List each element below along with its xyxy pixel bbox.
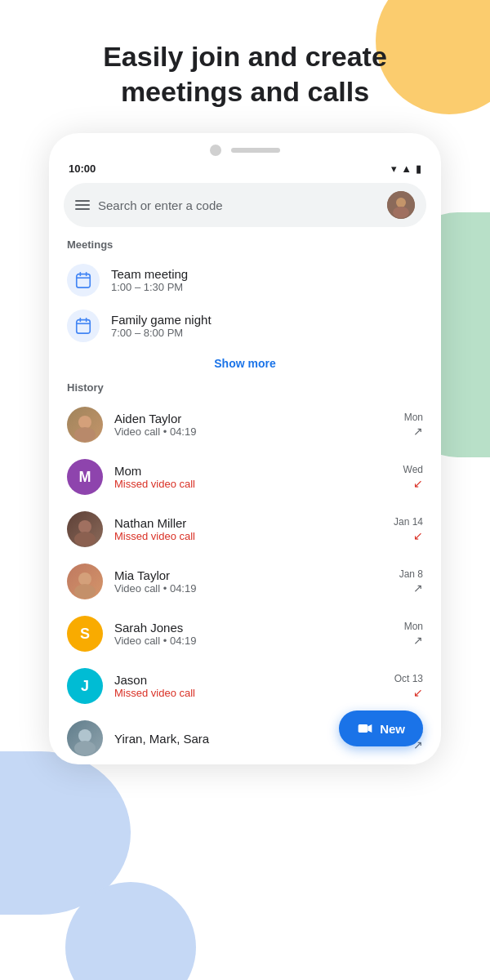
history-name: Sarah Jones (114, 621, 393, 635)
history-info-nathan: Nathan Miller Missed video call (114, 516, 382, 542)
history-name: Mom (114, 464, 392, 478)
outgoing-call-icon: ↗ (413, 581, 423, 595)
search-placeholder: Search or enter a code (98, 198, 379, 212)
history-item-mia[interactable]: Mia Taylor Video call • 04:19 Jan 8 ↗ (49, 555, 441, 608)
meeting-item[interactable]: Family game night 7:00 – 8:00 PM (49, 303, 441, 349)
new-meeting-fab[interactable]: New (339, 710, 423, 746)
history-meta-jason: Oct 13 ↙ (394, 673, 423, 699)
history-meta-sarah: Mon ↗ (404, 621, 423, 647)
history-name: Aiden Taylor (114, 412, 393, 425)
meeting-info: Family game night 7:00 – 8:00 PM (111, 313, 212, 339)
meeting-item[interactable]: Team meeting 1:00 – 1:30 PM (49, 257, 441, 303)
history-section-label: History (49, 378, 441, 399)
meeting-time: 7:00 – 8:00 PM (111, 327, 212, 339)
history-subtitle: Video call • 04:19 (114, 425, 393, 438)
battery-icon: ▮ (416, 163, 421, 175)
svg-point-12 (78, 416, 91, 429)
history-date: Jan 8 (399, 568, 423, 580)
svg-rect-23 (359, 724, 368, 733)
history-item-sarah[interactable]: S Sarah Jones Video call • 04:19 Mon ↗ (49, 608, 441, 660)
menu-icon[interactable] (75, 200, 90, 210)
status-icons: ▾ ▲ ▮ (391, 163, 421, 175)
history-info-sarah: Sarah Jones Video call • 04:19 (114, 621, 393, 647)
history-info-aiden: Aiden Taylor Video call • 04:19 (114, 412, 393, 438)
svg-point-18 (78, 572, 91, 586)
user-avatar[interactable] (387, 191, 415, 219)
video-camera-icon (357, 720, 373, 737)
history-subtitle: Missed video call (114, 478, 392, 490)
missed-call-icon: ↙ (413, 529, 423, 542)
history-date: Mon (404, 412, 423, 423)
avatar-nathan (67, 511, 103, 547)
history-subtitle: Video call • 04:19 (114, 582, 388, 595)
svg-point-16 (74, 532, 96, 546)
meeting-title: Team meeting (111, 267, 188, 281)
phone-top-bar (49, 133, 441, 156)
history-item-aiden[interactable]: Aiden Taylor Video call • 04:19 Mon ↗ (49, 399, 441, 451)
history-meta-aiden: Mon ↗ (404, 412, 423, 438)
svg-point-21 (78, 729, 91, 742)
svg-point-22 (74, 741, 96, 755)
svg-point-13 (74, 427, 96, 442)
avatar-yiran (67, 720, 103, 756)
status-time: 10:00 (69, 163, 96, 175)
svg-point-2 (393, 207, 409, 218)
history-date: Jan 14 (394, 516, 423, 528)
show-more-button[interactable]: Show more (49, 349, 441, 378)
meeting-title: Family game night (111, 313, 212, 327)
history-meta-nathan: Jan 14 ↙ (394, 516, 423, 542)
avatar-initial: J (81, 678, 89, 695)
history-date: Wed (403, 464, 423, 475)
history-list: Aiden Taylor Video call • 04:19 Mon ↗ M … (49, 399, 441, 764)
history-info-jason: Jason Missed video call (114, 673, 383, 699)
svg-point-15 (78, 520, 91, 533)
missed-call-icon: ↙ (413, 686, 423, 699)
avatar-mom: M (67, 459, 103, 495)
history-meta-mia: Jan 8 ↗ (399, 568, 423, 595)
meetings-section-label: Meetings (49, 237, 441, 257)
avatar-jason: J (67, 668, 103, 704)
history-info-mom: Mom Missed video call (114, 464, 392, 490)
phone-mockup: 10:00 ▾ ▲ ▮ Search or enter a code Meeti… (49, 133, 441, 764)
history-subtitle: Missed video call (114, 687, 383, 699)
hero-title: Easily join and create meetings and call… (0, 0, 490, 133)
search-bar[interactable]: Search or enter a code (64, 183, 426, 227)
history-info-mia: Mia Taylor Video call • 04:19 (114, 568, 388, 595)
phone-camera (210, 145, 221, 156)
history-meta-mom: Wed ↙ (403, 464, 423, 490)
calendar-icon (67, 264, 100, 296)
history-item-nathan[interactable]: Nathan Miller Missed video call Jan 14 ↙ (49, 503, 441, 555)
meeting-info: Team meeting 1:00 – 1:30 PM (111, 267, 188, 293)
svg-rect-7 (77, 320, 91, 334)
svg-point-1 (396, 198, 406, 207)
signal-icon: ▲ (401, 163, 412, 175)
history-subtitle: Missed video call (114, 530, 382, 542)
outgoing-call-icon: ↗ (413, 634, 423, 647)
history-item-jason[interactable]: J Jason Missed video call Oct 13 ↙ (49, 660, 441, 712)
status-bar: 10:00 ▾ ▲ ▮ (49, 156, 441, 180)
avatar-mia (67, 564, 103, 599)
svg-rect-3 (77, 274, 91, 288)
history-subtitle: Video call • 04:19 (114, 635, 393, 647)
wifi-icon: ▾ (391, 163, 397, 175)
history-date: Oct 13 (394, 673, 423, 684)
history-name: Jason (114, 673, 383, 687)
avatar-aiden (67, 407, 103, 443)
history-date: Mon (404, 621, 423, 632)
phone-speaker (231, 148, 280, 153)
svg-point-19 (74, 584, 96, 599)
history-name: Mia Taylor (114, 568, 388, 582)
fab-label: New (380, 722, 405, 736)
avatar-sarah: S (67, 616, 103, 652)
meeting-time: 1:00 – 1:30 PM (111, 281, 188, 293)
avatar-initial: M (79, 469, 91, 486)
avatar-initial: S (80, 626, 90, 643)
outgoing-call-icon: ↗ (413, 425, 423, 438)
calendar-icon (67, 310, 100, 342)
history-item-mom[interactable]: M Mom Missed video call Wed ↙ (49, 451, 441, 503)
missed-call-icon: ↙ (413, 477, 423, 490)
history-name: Nathan Miller (114, 516, 382, 530)
